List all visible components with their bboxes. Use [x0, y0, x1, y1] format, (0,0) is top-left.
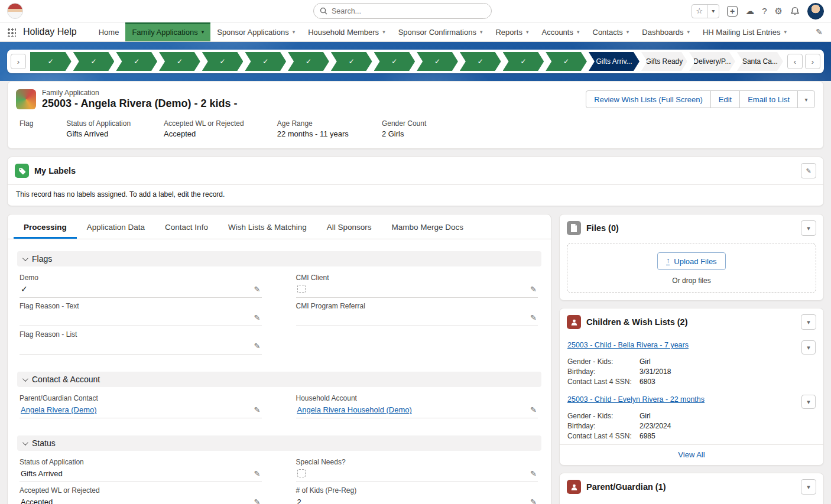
chevron-down-icon[interactable]: ▾ [293, 29, 296, 35]
tab-all-sponsors[interactable]: All Sponsors [317, 214, 382, 239]
nav-tab-family-applications[interactable]: Family Applications ▾ [125, 22, 210, 41]
path-stage-upcoming[interactable]: Delivery/P... [689, 52, 735, 71]
org-logo-santa-icon [7, 3, 23, 19]
path-stage-current[interactable]: Gifts Arriv... [589, 52, 640, 71]
app-launcher-icon[interactable] [7, 28, 16, 37]
nav-tab-sponsor-applications[interactable]: Sponsor Applications ▾ [210, 22, 301, 41]
edit-household-account-pencil-icon[interactable]: ✎ [525, 405, 537, 414]
notifications-bell-icon[interactable] [790, 6, 800, 16]
tab-application-data[interactable]: Application Data [77, 214, 155, 239]
path-stage-complete[interactable]: ✓ [159, 52, 200, 71]
favorites-caret-icon[interactable]: ▾ [707, 5, 719, 18]
path-stage-complete[interactable]: ✓ [73, 52, 115, 71]
edit-special-needs-pencil-icon[interactable]: ✎ [525, 469, 537, 478]
user-avatar[interactable] [807, 3, 824, 19]
row-actions-dropdown-button[interactable]: ▾ [801, 340, 816, 355]
tab-wish-lists-matching[interactable]: Wish Lists & Matching [218, 214, 317, 239]
field-flag-reason-text: Flag Reason - Text ✎ [20, 302, 262, 328]
chevron-down-icon[interactable]: ▾ [480, 29, 483, 35]
path-stage-complete[interactable]: ✓ [460, 52, 501, 71]
tab-mambo-merge-docs[interactable]: Mambo Merge Docs [381, 214, 473, 239]
nav-tab-reports[interactable]: Reports ▾ [489, 22, 535, 41]
edit-button[interactable]: Edit [710, 90, 740, 108]
section-title: Contact & Account [32, 375, 100, 384]
children-actions-dropdown-button[interactable]: ▾ [801, 314, 816, 330]
tab-processing[interactable]: Processing [14, 214, 77, 239]
tab-contact-info[interactable]: Contact Info [155, 214, 218, 239]
path-stage-complete[interactable]: ✓ [331, 52, 372, 71]
edit-labels-pencil-button[interactable]: ✎ [801, 163, 816, 178]
more-actions-dropdown-button[interactable]: ▾ [797, 90, 815, 108]
chevron-down-icon[interactable]: ▾ [382, 29, 385, 35]
edit-status-of-application-pencil-icon[interactable]: ✎ [249, 469, 261, 478]
check-icon: ✓ [478, 57, 483, 66]
setup-gear-icon[interactable]: ⚙ [775, 6, 783, 15]
path-stage-upcoming[interactable]: Santa Ca... [737, 52, 783, 71]
nav-tab-hh-mailing-list-entries[interactable]: HH Mailing List Entries ▾ [696, 22, 793, 41]
edit-cmi-program-referral-pencil-icon[interactable]: ✎ [525, 313, 537, 322]
global-actions-icon[interactable]: + [727, 6, 738, 17]
edit-parent-guardian-contact-pencil-icon[interactable]: ✎ [249, 405, 261, 414]
parent-actions-dropdown-button[interactable]: ▾ [801, 479, 816, 495]
child-record-link[interactable]: 25003 - Child - Evelyn Rivera - 22 month… [567, 395, 705, 405]
chevron-down-icon[interactable]: ▾ [577, 29, 580, 35]
record-actions: Review Wish Lists (Full Screen) Edit Ema… [586, 90, 815, 108]
section-header-flags[interactable]: Flags [17, 251, 541, 266]
edit-demo-pencil-icon[interactable]: ✎ [249, 285, 261, 294]
email-to-list-button[interactable]: Email to List [739, 90, 798, 108]
checked-checkbox: ✓ [21, 284, 28, 294]
favorites-star-icon[interactable]: ☆ [692, 5, 707, 18]
section-header-contact-account[interactable]: Contact & Account [17, 372, 541, 387]
household-account-link[interactable]: Angela Rivera Household (Demo) [297, 405, 412, 414]
edit-nav-pencil-icon[interactable]: ✎ [807, 27, 831, 37]
review-wish-lists-button[interactable]: Review Wish Lists (Full Screen) [586, 90, 711, 108]
path-stage-complete[interactable]: ✓ [116, 52, 157, 71]
chevron-down-icon[interactable]: ▾ [526, 29, 529, 35]
row-actions-dropdown-button[interactable]: ▾ [801, 395, 816, 409]
global-search-box[interactable] [313, 3, 492, 19]
edit-flag-reason-list-pencil-icon[interactable]: ✎ [249, 342, 261, 350]
nav-tab-label: HH Mailing List Entries [703, 28, 781, 37]
my-labels-tag-icon [15, 164, 29, 178]
path-stage-complete[interactable]: ✓ [288, 52, 329, 71]
path-stage-complete[interactable]: ✓ [417, 52, 458, 71]
path-collapse-button[interactable]: › [11, 54, 26, 69]
section-header-status[interactable]: Status [17, 435, 541, 451]
parent-guardian-contact-link[interactable]: Angela Rivera (Demo) [21, 405, 97, 414]
path-stage-complete[interactable]: ✓ [202, 52, 244, 71]
path-stage-complete[interactable]: ✓ [30, 52, 72, 71]
path-stage-complete[interactable]: ✓ [374, 52, 416, 71]
path-stage-complete[interactable]: ✓ [503, 52, 544, 71]
nav-tab-dashboards[interactable]: Dashboards ▾ [635, 22, 696, 41]
path-stage-complete[interactable]: ✓ [546, 52, 587, 71]
upload-files-label: Upload Files [674, 257, 716, 266]
path-scroll-left-button[interactable]: ‹ [787, 54, 803, 69]
file-drop-zone[interactable]: ↑ Upload Files Or drop files [567, 243, 816, 293]
path-stage-complete[interactable]: ✓ [245, 52, 286, 71]
chevron-down-icon[interactable]: ▾ [784, 29, 787, 35]
edit-cmi-client-pencil-icon[interactable]: ✎ [525, 285, 537, 294]
help-icon[interactable]: ? [762, 6, 767, 15]
nav-tab-home[interactable]: Home [92, 22, 126, 41]
edit-num-kids-pencil-icon[interactable]: ✎ [525, 498, 537, 504]
chevron-down-icon[interactable]: ▾ [627, 29, 629, 35]
record-object-label: Family Application [42, 89, 237, 97]
files-actions-dropdown-button[interactable]: ▾ [801, 220, 816, 236]
child-record-link[interactable]: 25003 - Child - Bella Rivera - 7 years [567, 340, 689, 351]
chevron-down-icon[interactable]: ▾ [687, 29, 690, 35]
view-all-link[interactable]: View All [678, 450, 705, 459]
upload-files-button[interactable]: ↑ Upload Files [657, 252, 725, 270]
path-scroll-right-button[interactable]: › [805, 54, 820, 69]
edit-flag-reason-text-pencil-icon[interactable]: ✎ [249, 313, 261, 322]
nav-tab-contacts[interactable]: Contacts ▾ [586, 22, 636, 41]
path-stage-upcoming[interactable]: Gifts Ready [641, 52, 687, 71]
nav-tab-sponsor-confirmations[interactable]: Sponsor Confirmations ▾ [392, 22, 489, 41]
favorites-group: ☆ ▾ [692, 4, 720, 18]
edit-accepted-pencil-icon[interactable]: ✎ [249, 498, 261, 504]
search-input[interactable] [332, 7, 485, 15]
nav-tab-household-members[interactable]: Household Members ▾ [301, 22, 391, 41]
chevron-down-icon[interactable]: ▾ [202, 29, 204, 35]
nav-tab-accounts[interactable]: Accounts ▾ [535, 22, 586, 41]
trailhead-cloud-icon[interactable]: ☁ [745, 6, 754, 15]
field-status-of-application: Status of Application Gifts Arrived ✎ [20, 458, 262, 484]
